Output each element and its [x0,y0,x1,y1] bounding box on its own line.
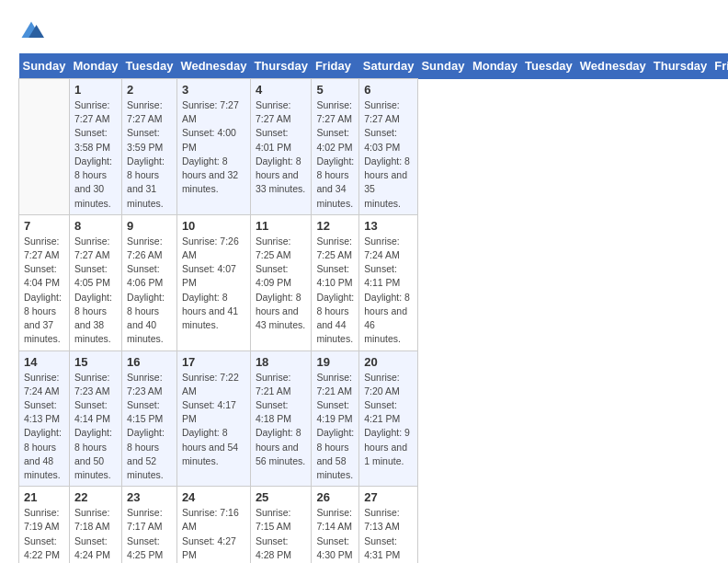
day-info: Sunrise: 7:22 AMSunset: 4:17 PMDaylight:… [182,371,245,469]
calendar-cell: 24Sunrise: 7:16 AMSunset: 4:27 PMDayligh… [176,487,250,563]
calendar-cell: 4Sunrise: 7:27 AMSunset: 4:01 PMDaylight… [250,79,312,215]
header-day-sunday: Sunday [417,53,468,79]
calendar-cell: 27Sunrise: 7:13 AMSunset: 4:31 PMDayligh… [359,487,418,563]
logo-icon [18,18,44,44]
calendar-cell: 2Sunrise: 7:27 AMSunset: 3:59 PMDaylight… [122,79,177,215]
day-number: 18 [256,355,307,369]
day-number: 23 [127,490,172,504]
day-info: Sunrise: 7:14 AMSunset: 4:30 PMDaylight:… [316,506,354,563]
header-day-wednesday: Wednesday [576,53,650,79]
calendar-cell: 21Sunrise: 7:19 AMSunset: 4:22 PMDayligh… [19,487,70,563]
day-number: 10 [182,219,245,233]
day-number: 20 [364,355,413,369]
header-day-thursday: Thursday [650,53,711,79]
header-day-saturday: Saturday [359,53,418,79]
day-info: Sunrise: 7:25 AMSunset: 4:10 PMDaylight:… [316,235,354,347]
header-day-monday: Monday [469,53,521,79]
day-info: Sunrise: 7:19 AMSunset: 4:22 PMDaylight:… [24,506,64,563]
day-info: Sunrise: 7:27 AMSunset: 4:00 PMDaylight:… [182,98,245,197]
day-info: Sunrise: 7:27 AMSunset: 4:04 PMDaylight:… [24,235,64,347]
calendar-cell: 18Sunrise: 7:21 AMSunset: 4:18 PMDayligh… [250,350,312,487]
day-info: Sunrise: 7:24 AMSunset: 4:13 PMDaylight:… [24,371,64,483]
day-number: 15 [74,355,117,369]
day-number: 19 [316,355,354,369]
calendar-week-3: 14Sunrise: 7:24 AMSunset: 4:13 PMDayligh… [19,350,729,487]
day-number: 2 [127,83,172,97]
logo [18,18,48,44]
header-day-friday: Friday [312,53,359,79]
calendar-cell: 6Sunrise: 7:27 AMSunset: 4:03 PMDaylight… [359,79,418,215]
calendar-cell: 26Sunrise: 7:14 AMSunset: 4:30 PMDayligh… [312,487,359,563]
day-number: 12 [316,219,354,233]
calendar-cell: 22Sunrise: 7:18 AMSunset: 4:24 PMDayligh… [69,487,121,563]
day-info: Sunrise: 7:27 AMSunset: 4:05 PMDaylight:… [74,235,117,347]
day-info: Sunrise: 7:23 AMSunset: 4:14 PMDaylight:… [74,371,117,483]
day-info: Sunrise: 7:16 AMSunset: 4:27 PMDaylight:… [182,506,245,563]
calendar-cell: 8Sunrise: 7:27 AMSunset: 4:05 PMDaylight… [69,214,121,350]
calendar-cell: 11Sunrise: 7:25 AMSunset: 4:09 PMDayligh… [250,214,312,350]
page-header [18,18,710,44]
day-number: 11 [256,219,307,233]
calendar-cell: 16Sunrise: 7:23 AMSunset: 4:15 PMDayligh… [122,350,177,487]
day-info: Sunrise: 7:26 AMSunset: 4:07 PMDaylight:… [182,235,245,333]
calendar-cell: 12Sunrise: 7:25 AMSunset: 4:10 PMDayligh… [312,214,359,350]
day-info: Sunrise: 7:21 AMSunset: 4:18 PMDaylight:… [256,371,307,469]
day-number: 4 [256,83,307,97]
day-info: Sunrise: 7:24 AMSunset: 4:11 PMDaylight:… [364,235,413,347]
header-day-tuesday: Tuesday [122,53,177,79]
header-day-wednesday: Wednesday [176,53,250,79]
day-info: Sunrise: 7:18 AMSunset: 4:24 PMDaylight:… [74,506,117,563]
day-number: 26 [316,490,354,504]
day-number: 5 [316,83,354,97]
day-number: 1 [74,83,117,97]
calendar-week-1: 1Sunrise: 7:27 AMSunset: 3:58 PMDaylight… [19,79,729,215]
day-info: Sunrise: 7:21 AMSunset: 4:19 PMDaylight:… [316,371,354,483]
calendar-table: SundayMondayTuesdayWednesdayThursdayFrid… [18,53,728,563]
calendar-cell: 19Sunrise: 7:21 AMSunset: 4:19 PMDayligh… [312,350,359,487]
day-info: Sunrise: 7:27 AMSunset: 3:58 PMDaylight:… [74,98,117,211]
day-number: 3 [182,83,245,97]
calendar-cell: 14Sunrise: 7:24 AMSunset: 4:13 PMDayligh… [19,350,70,487]
day-info: Sunrise: 7:23 AMSunset: 4:15 PMDaylight:… [127,371,172,483]
calendar-cell: 17Sunrise: 7:22 AMSunset: 4:17 PMDayligh… [176,350,250,487]
day-info: Sunrise: 7:17 AMSunset: 4:25 PMDaylight:… [127,506,172,563]
calendar-cell: 3Sunrise: 7:27 AMSunset: 4:00 PMDaylight… [176,79,250,215]
day-number: 17 [182,355,245,369]
day-info: Sunrise: 7:27 AMSunset: 4:03 PMDaylight:… [364,98,413,211]
day-number: 25 [256,490,307,504]
day-number: 24 [182,490,245,504]
day-number: 14 [24,355,64,369]
day-number: 7 [24,219,64,233]
calendar-header-row: SundayMondayTuesdayWednesdayThursdayFrid… [19,53,729,79]
calendar-week-2: 7Sunrise: 7:27 AMSunset: 4:04 PMDaylight… [19,214,729,350]
day-number: 8 [74,219,117,233]
day-info: Sunrise: 7:25 AMSunset: 4:09 PMDaylight:… [256,235,307,333]
day-number: 9 [127,219,172,233]
day-number: 22 [74,490,117,504]
header-day-thursday: Thursday [250,53,312,79]
day-info: Sunrise: 7:13 AMSunset: 4:31 PMDaylight:… [364,506,413,563]
day-info: Sunrise: 7:20 AMSunset: 4:21 PMDaylight:… [364,371,413,469]
day-info: Sunrise: 7:27 AMSunset: 4:02 PMDaylight:… [316,98,354,211]
day-info: Sunrise: 7:15 AMSunset: 4:28 PMDaylight:… [256,506,307,563]
header-day-sunday: Sunday [19,53,70,79]
day-number: 21 [24,490,64,504]
calendar-cell [19,79,70,215]
calendar-cell: 20Sunrise: 7:20 AMSunset: 4:21 PMDayligh… [359,350,418,487]
day-info: Sunrise: 7:27 AMSunset: 4:01 PMDaylight:… [256,98,307,197]
day-number: 27 [364,490,413,504]
day-number: 6 [364,83,413,97]
day-info: Sunrise: 7:27 AMSunset: 3:59 PMDaylight:… [127,98,172,211]
calendar-cell: 5Sunrise: 7:27 AMSunset: 4:02 PMDaylight… [312,79,359,215]
calendar-cell: 25Sunrise: 7:15 AMSunset: 4:28 PMDayligh… [250,487,312,563]
header-day-monday: Monday [69,53,121,79]
day-number: 13 [364,219,413,233]
calendar-cell: 15Sunrise: 7:23 AMSunset: 4:14 PMDayligh… [69,350,121,487]
calendar-cell: 1Sunrise: 7:27 AMSunset: 3:58 PMDaylight… [69,79,121,215]
calendar-cell: 7Sunrise: 7:27 AMSunset: 4:04 PMDaylight… [19,214,70,350]
calendar-week-4: 21Sunrise: 7:19 AMSunset: 4:22 PMDayligh… [19,487,729,563]
calendar-cell: 10Sunrise: 7:26 AMSunset: 4:07 PMDayligh… [176,214,250,350]
calendar-cell: 23Sunrise: 7:17 AMSunset: 4:25 PMDayligh… [122,487,177,563]
header-day-tuesday: Tuesday [521,53,576,79]
calendar-cell: 13Sunrise: 7:24 AMSunset: 4:11 PMDayligh… [359,214,418,350]
